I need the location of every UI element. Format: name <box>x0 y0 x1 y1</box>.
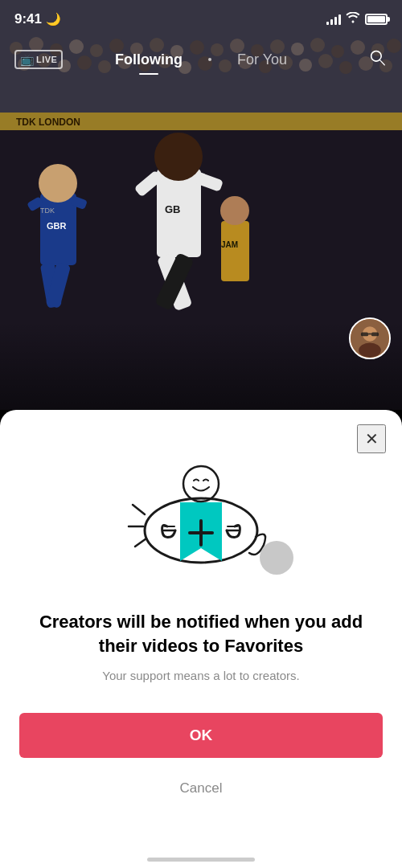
svg-point-60 <box>220 196 249 225</box>
status-time: 9:41 <box>14 11 42 27</box>
home-indicator <box>147 858 255 862</box>
svg-line-70 <box>133 505 145 514</box>
status-bar: 9:41 🌙 <box>0 0 402 39</box>
bottom-sheet: ✕ <box>0 410 402 868</box>
sheet-title: Creators will be notified when you add t… <box>0 610 402 657</box>
svg-line-72 <box>135 538 146 547</box>
signal-icon <box>326 14 341 25</box>
svg-rect-67 <box>371 333 379 337</box>
nav-tabs: Following For You <box>115 48 287 72</box>
search-icon <box>367 47 388 68</box>
svg-text:TDK: TDK <box>40 207 55 215</box>
sheet-subtitle: Your support means a lot to creators. <box>70 669 331 682</box>
illustration-container <box>121 442 281 591</box>
svg-point-45 <box>39 164 77 203</box>
gray-circle-decoration <box>260 541 293 575</box>
tab-following[interactable]: Following <box>115 48 183 72</box>
creator-avatar[interactable] <box>349 317 391 359</box>
ok-button[interactable]: OK <box>19 713 383 758</box>
svg-point-65 <box>359 343 381 358</box>
live-label: LIVE <box>36 55 57 64</box>
live-button[interactable]: 📺 LIVE <box>14 50 63 69</box>
wifi-icon <box>346 12 360 27</box>
svg-text:JAM: JAM <box>221 240 238 249</box>
svg-rect-68 <box>368 334 371 335</box>
svg-rect-62 <box>0 321 402 410</box>
nav-bar: 📺 LIVE Following For You <box>0 39 402 80</box>
status-icons <box>326 12 388 27</box>
svg-point-79 <box>183 466 219 502</box>
svg-text:GB: GB <box>165 203 181 215</box>
cancel-button[interactable]: Cancel <box>161 774 242 803</box>
favorites-illustration <box>121 442 281 591</box>
svg-point-53 <box>154 133 203 181</box>
close-button[interactable]: ✕ <box>357 424 386 453</box>
moon-icon: 🌙 <box>46 12 61 27</box>
tv-icon: 📺 <box>20 53 34 66</box>
nav-dot <box>208 58 211 61</box>
tab-for-you[interactable]: For You <box>237 48 287 72</box>
search-button[interactable] <box>367 47 388 72</box>
avatar-image <box>351 317 389 359</box>
svg-text:GBR: GBR <box>47 221 67 231</box>
svg-rect-59 <box>221 221 249 281</box>
battery-icon <box>365 14 388 25</box>
svg-text:TDK LONDON: TDK LONDON <box>16 117 80 128</box>
svg-rect-66 <box>361 333 368 337</box>
